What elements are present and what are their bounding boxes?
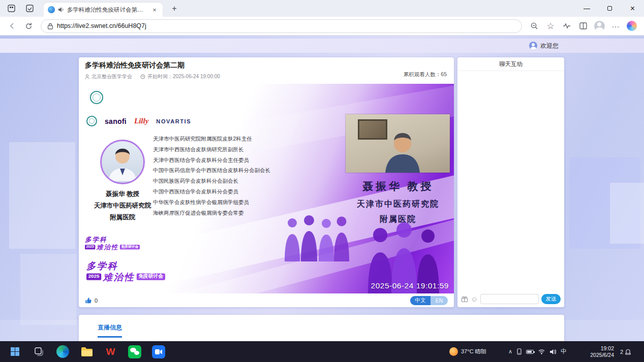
taskbar-clock[interactable]: 19:02 2025/6/24 [582,341,614,362]
favorites-star-icon[interactable]: ☆ [543,19,558,33]
system-tray: ∧ 中 [508,341,567,362]
folder-icon [81,347,93,357]
more-menu-icon[interactable]: ··· [608,19,623,33]
tab-live-info[interactable]: 直播信息 [98,323,122,338]
speaker-org-2: 附属医院 [89,213,156,222]
sponsor-lilly: Lilly [134,117,148,125]
browser-essentials-icon[interactable] [560,19,574,33]
weather-icon [449,347,458,356]
split-screen-icon[interactable] [576,19,590,33]
live-meta: 北京整合医学学会 开始时间：2025-06-24 19:00:00 [85,73,220,80]
society-seal-logo [86,116,97,126]
screen: 多学科难治性免疫研讨会第… × + — × https://live2.swne… [0,0,644,362]
wechat-icon [128,345,141,358]
windows-logo-icon [11,347,19,356]
event-logo-line2: 难治性 [103,272,135,282]
volume-icon[interactable] [549,349,556,355]
background-shape [20,254,76,325]
zoom-out-icon[interactable] [527,19,541,33]
notification-center[interactable]: 2 [620,341,631,362]
emoji-icon[interactable]: ☺ [471,295,478,303]
sponsor-sanofi: sanofi [105,117,127,125]
lang-en-button[interactable]: EN [431,296,448,305]
tab-close-icon[interactable]: × [150,6,159,14]
credential-item: 中华医学会皮肤性病学会银屑病学组委员 [153,197,270,208]
meeting-app-icon [152,345,165,358]
speaker-photo [100,140,145,184]
start-time-text: 开始时间：2025-06-24 19:00:00 [147,73,220,80]
credential-item: 海峡两岸医疗促进会银屑病专委会常委 [153,208,270,218]
task-view-icon [35,347,44,356]
tab-audio-icon[interactable] [58,7,64,13]
new-tab-button[interactable]: + [169,3,180,14]
workspaces-icon[interactable] [6,3,17,14]
live-title: 多学科难治性免疫研讨会第二期 [85,61,185,70]
event-logo: 多学科 2025 难治性 免疫研讨会 [86,261,165,282]
caption-org-1: 天津市中医药研究院 [342,199,454,210]
send-button[interactable]: 发送 [541,294,561,304]
url-text[interactable]: https://live2.swnet.cn/66uH8Q7j [57,22,146,29]
taskbar-edge[interactable] [51,341,75,362]
browser-toolbar: https://live2.swnet.cn/66uH8Q7j ☆ ··· [0,17,644,36]
weather-widget[interactable]: 37°C 晴朗 [449,341,486,362]
notification-icon [625,348,631,355]
copilot-icon[interactable] [625,19,639,33]
browser-tab-strip: 多学科难治性免疫研讨会第… × + — × [0,0,644,17]
video-player[interactable]: sanofi Lilly NOVARTIS 聂振华 教授 天津市中医药研究院 附… [79,84,454,293]
notification-count: 2 [620,349,623,355]
language-toggle: 中文 EN [410,296,448,305]
tab-favicon [48,6,55,13]
profile-avatar[interactable] [592,19,606,33]
copilot-logo [627,21,637,31]
player-controls: 0 中文 EN [79,293,454,307]
address-bar[interactable]: https://live2.swnet.cn/66uH8Q7j [41,19,522,33]
usb-device-icon[interactable] [517,348,522,355]
maximize-icon [607,6,612,11]
window-minimize-button[interactable]: — [575,0,598,17]
gift-icon[interactable] [461,295,468,303]
welcome-bar: 欢迎您 [0,39,644,53]
start-button[interactable] [3,341,27,362]
sponsor-row: sanofi Lilly NOVARTIS [86,116,191,126]
active-tab[interactable]: 多学科难治性免疫研讨会第… × [44,3,163,17]
crowd-silhouette [280,215,351,261]
speaker-name: 聂振华 教授 [89,190,156,199]
clock-icon [140,74,145,79]
sponsor-novartis: NOVARTIS [156,118,191,124]
taskbar: W 37°C 晴朗 ∧ 中 19:02 2 [0,341,644,362]
chat-panel: 聊天互动 ☺ 发送 [457,57,564,307]
lang-zh-button[interactable]: 中文 [410,296,431,305]
organizer-icon [85,74,89,79]
battery-icon[interactable] [526,350,534,354]
user-avatar-icon[interactable] [529,42,537,50]
clock-date: 2025/6/24 [590,352,614,358]
tab-actions-icon[interactable] [24,3,35,14]
refresh-icon[interactable] [21,19,36,33]
input-method-indicator[interactable]: 中 [561,347,567,356]
chat-message-list[interactable] [457,71,564,291]
site-lock-icon[interactable] [47,23,53,29]
speaker-block: 聂振华 教授 天津市中医药研究院 附属医院 [89,140,156,222]
organizer-text: 北京整合医学学会 [91,73,132,80]
taskbar-wps[interactable]: W [99,341,122,362]
webcam-video [346,114,450,173]
chat-input[interactable] [480,294,539,304]
like-button[interactable]: 0 [85,297,98,304]
credential-item: 天津市中西医结合皮肤病研究所副所长 [153,144,270,155]
taskbar-file-explorer[interactable] [75,341,99,362]
window-close-button[interactable]: × [621,0,644,17]
hidden-icons-chevron[interactable]: ∧ [508,348,512,355]
credential-item: 天津市中医药研究院附属医院皮肤2科主任 [153,134,270,144]
taskbar-meeting-app[interactable] [146,341,170,362]
back-icon[interactable] [5,19,19,33]
event-logo-year: 2025 [86,273,101,280]
welcome-text: 欢迎您 [540,42,559,50]
taskbar-wechat[interactable] [122,341,146,362]
caption-name: 聂振华 教授 [342,179,454,193]
event-logo-sub: 免疫研讨会 [137,273,165,280]
event-logo-line1: 多学科 [85,236,140,243]
chat-title: 聊天互动 [457,57,564,71]
network-icon[interactable] [538,349,545,354]
window-maximize-button[interactable] [598,0,621,17]
task-view-button[interactable] [27,341,51,362]
